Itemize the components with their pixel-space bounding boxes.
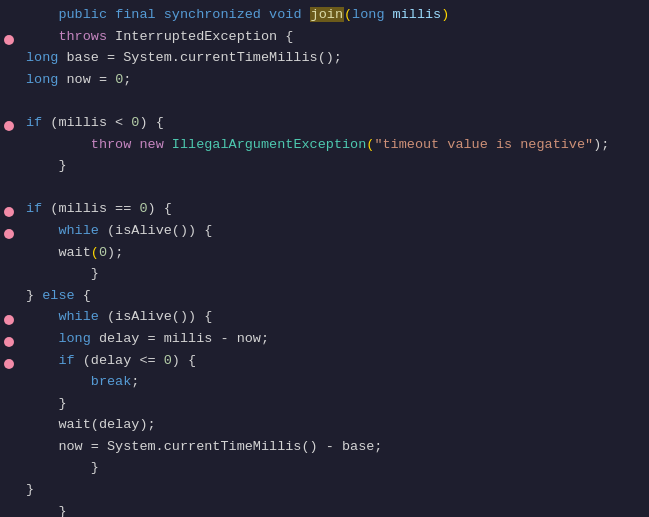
token — [107, 7, 115, 22]
code-text: long delay = millis - now; — [18, 328, 649, 350]
code-line: long base = System.currentTimeMillis(); — [0, 47, 649, 69]
code-text: now = System.currentTimeMillis() - base; — [18, 436, 649, 458]
code-line: while (isAlive()) { — [0, 306, 649, 328]
code-text: } — [18, 263, 649, 285]
token: (delay <= — [75, 353, 164, 368]
code-line: } — [0, 263, 649, 285]
token: if — [26, 115, 42, 130]
code-text: while (isAlive()) { — [18, 220, 649, 242]
token: ( — [344, 7, 352, 22]
token: wait — [26, 417, 91, 432]
code-text: break; — [18, 371, 649, 393]
token — [26, 374, 91, 389]
code-text: while (isAlive()) { — [18, 306, 649, 328]
code-text: } — [18, 155, 649, 177]
token: (); — [318, 50, 342, 65]
code-line: wait(delay); — [0, 414, 649, 436]
token: else — [42, 288, 74, 303]
token — [301, 7, 309, 22]
token: ); — [593, 137, 609, 152]
code-line: } else { — [0, 285, 649, 307]
token: } — [26, 460, 99, 475]
code-line: } — [0, 155, 649, 177]
code-line: } — [0, 393, 649, 415]
breakpoint-indicator — [4, 337, 14, 347]
token: 0 — [139, 201, 147, 216]
breakpoint-indicator — [4, 207, 14, 217]
token: } — [26, 158, 67, 173]
code-line: } — [0, 457, 649, 479]
code-line: if (millis == 0) { — [0, 198, 649, 220]
code-text: } — [18, 501, 649, 517]
code-text: wait(delay); — [18, 414, 649, 436]
code-line: if (delay <= 0) { — [0, 350, 649, 372]
token — [164, 137, 172, 152]
token: base = System.currentTimeMillis — [58, 50, 317, 65]
code-text: long now = 0; — [18, 69, 649, 91]
code-line: if (millis < 0) { — [0, 112, 649, 134]
token: throw — [91, 137, 132, 152]
code-line: public final synchronized void join(long… — [0, 4, 649, 26]
breakpoint-indicator — [4, 35, 14, 45]
code-line: } — [0, 501, 649, 517]
code-text: public final synchronized void join(long… — [18, 4, 649, 26]
code-line: break; — [0, 371, 649, 393]
token: (millis == — [42, 201, 139, 216]
token: ) { — [172, 353, 196, 368]
token — [26, 29, 58, 44]
token: ) { — [139, 115, 163, 130]
token: } — [26, 504, 67, 517]
code-text: throw new IllegalArgumentException("time… — [18, 134, 649, 156]
code-text: throws InterruptedException { — [18, 26, 649, 48]
token: "timeout value is negative" — [374, 137, 593, 152]
breakpoint-indicator — [4, 315, 14, 325]
token — [26, 309, 58, 324]
code-text — [18, 90, 649, 112]
code-editor: public final synchronized void join(long… — [0, 0, 649, 517]
code-text: } — [18, 479, 649, 501]
token: ) — [441, 7, 449, 22]
token — [261, 7, 269, 22]
token: InterruptedException { — [107, 29, 293, 44]
token: } — [26, 266, 99, 281]
token — [26, 137, 91, 152]
token: new — [139, 137, 163, 152]
breakpoint-indicator — [4, 229, 14, 239]
token: break — [91, 374, 132, 389]
breakpoint-indicator — [4, 121, 14, 131]
code-line: throws InterruptedException { — [0, 26, 649, 48]
token: long — [352, 7, 384, 22]
token: ; — [123, 72, 131, 87]
token — [156, 7, 164, 22]
token — [26, 7, 58, 22]
token: (isAlive — [99, 223, 172, 238]
code-line: long now = 0; — [0, 69, 649, 91]
token: now = System.currentTimeMillis() - base; — [26, 439, 382, 454]
token: { — [75, 288, 91, 303]
token: if — [26, 201, 42, 216]
token: delay = millis - now; — [91, 331, 269, 346]
code-line: throw new IllegalArgumentException("time… — [0, 134, 649, 156]
token: join — [310, 7, 344, 22]
token: void — [269, 7, 301, 22]
code-text: long base = System.currentTimeMillis(); — [18, 47, 649, 69]
token: wait — [26, 245, 91, 260]
token: long — [26, 72, 58, 87]
token: ( — [91, 245, 99, 260]
code-line — [0, 90, 649, 112]
token: while — [58, 309, 99, 324]
token: long — [58, 331, 90, 346]
token: now = — [58, 72, 115, 87]
token: (delay); — [91, 417, 156, 432]
code-text: if (millis < 0) { — [18, 112, 649, 134]
token: final — [115, 7, 156, 22]
token: } — [26, 482, 34, 497]
token: if — [58, 353, 74, 368]
code-text: wait(0); — [18, 242, 649, 264]
token: while — [58, 223, 99, 238]
token: ()) { — [172, 223, 213, 238]
token: ) { — [148, 201, 172, 216]
token: 0 — [99, 245, 107, 260]
code-line — [0, 177, 649, 199]
token: } — [26, 288, 42, 303]
